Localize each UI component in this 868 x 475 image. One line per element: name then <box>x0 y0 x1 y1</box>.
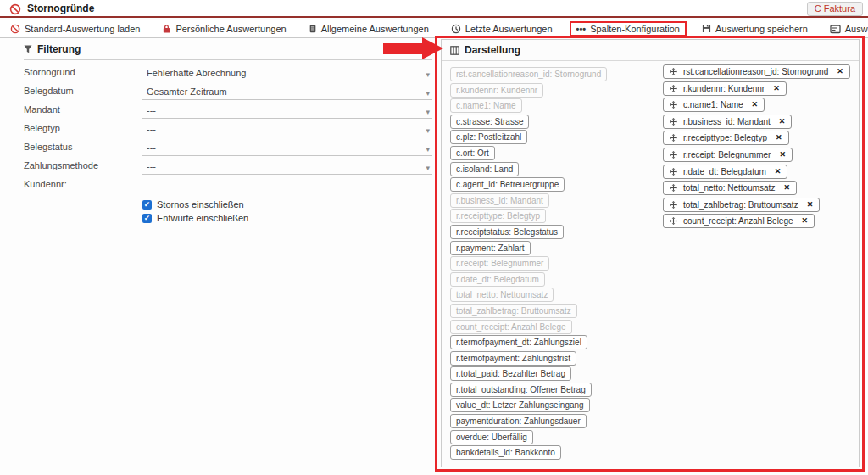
personal-reports-button[interactable]: Persönliche Auswertungen <box>162 24 286 34</box>
available-column-chip[interactable]: r.termofpayment_dt: Zahlungsziel <box>450 335 587 349</box>
move-icon[interactable] <box>670 217 677 225</box>
cancel-circle-icon <box>10 24 20 34</box>
remove-column-icon[interactable]: ✕ <box>802 216 809 226</box>
available-column-chip[interactable]: overdue: Überfällig <box>450 430 533 444</box>
move-icon[interactable] <box>670 101 677 109</box>
checkbox-stornos-einschliessen[interactable]: ✓ Stornos einschließen <box>142 198 432 211</box>
remove-column-icon[interactable]: ✕ <box>807 200 814 210</box>
column-configuration-button[interactable]: ••• Spalten-Konfiguration <box>570 21 687 36</box>
remove-column-icon[interactable]: ✕ <box>775 167 782 176</box>
available-column-chip: total_zahlbetrag: Bruttoumsatz <box>450 304 577 318</box>
filter-funnel-icon <box>24 45 32 53</box>
chevron-down-icon: ▾ <box>426 108 430 116</box>
faktura-app-button[interactable]: C Faktura <box>807 2 863 16</box>
available-column-chip[interactable]: r.total_paid: Bezahlter Betrag <box>450 366 571 381</box>
column-chip-label: r.receipt: Belegnummer <box>683 150 771 159</box>
toolbar: Standard-Auswertung laden Persönliche Au… <box>0 20 868 38</box>
available-column-chip[interactable]: c.strasse: Strasse <box>450 115 529 129</box>
page-title: Stornogründe <box>27 3 94 14</box>
selected-column-chip[interactable]: r.receipt: Belegnummer ✕ <box>663 148 793 162</box>
selected-column-chip[interactable]: r.date_dt: Belegdatum ✕ <box>663 165 787 179</box>
available-column-chip[interactable]: r.receiptstatus: Belegstatus <box>450 225 564 239</box>
selected-column-chip[interactable]: count_receipt: Anzahl Belege ✕ <box>663 214 815 228</box>
available-column-chip[interactable]: c.isoland: Land <box>450 162 519 176</box>
available-column-chip[interactable]: c.agent_id: Betreuergruppe <box>450 177 565 192</box>
available-column-chip[interactable]: r.termofpayment: Zahlungsfrist <box>450 351 576 366</box>
available-column-chip[interactable]: bankdetails_id: Bankkonto <box>450 445 561 460</box>
move-icon[interactable] <box>670 168 677 176</box>
column-chip-label: bankdetails_id: Bankkonto <box>456 448 555 457</box>
column-chip-label: r.termofpayment: Zahlungsfrist <box>456 354 570 363</box>
remove-column-icon[interactable]: ✕ <box>837 67 843 76</box>
filter-label: Belegtyp <box>24 119 142 137</box>
belegstatus-select[interactable]: --- ▾ <box>142 137 432 156</box>
column-chip-label: c.ort: Ort <box>456 148 489 158</box>
column-chip-label: overdue: Überfällig <box>456 433 527 442</box>
move-icon[interactable] <box>670 68 677 75</box>
mandant-select[interactable]: --- ▾ <box>142 100 432 119</box>
available-column-chip[interactable]: r.payment: Zahlart <box>450 241 531 255</box>
remove-column-icon[interactable]: ✕ <box>776 133 782 142</box>
remove-column-icon[interactable]: ✕ <box>773 84 780 93</box>
stornogrund-select[interactable]: Fehlerhafte Abrechnung ▾ <box>142 63 432 81</box>
title-bar: Stornogründe C Faktura <box>0 0 868 18</box>
belegdatum-select[interactable]: Gesamter Zeitraum ▾ <box>142 81 432 100</box>
column-chip-label: total_zahlbetrag: Bruttoumsatz <box>683 200 798 210</box>
selected-column-chip[interactable]: r.kundennr: Kundennr ✕ <box>663 81 787 96</box>
selected-column-chip[interactable]: r.business_id: Mandant ✕ <box>663 115 792 129</box>
selected-column-chip[interactable]: total_netto: Nettoumsatz ✕ <box>663 181 797 195</box>
filter-label: Zahlungsmethode <box>24 156 142 175</box>
recent-reports-button[interactable]: Letzte Auswertungen <box>451 24 553 34</box>
filter-panel: Filterung Stornogrund Fehlerhafte Abrech… <box>24 43 432 225</box>
remove-column-icon[interactable]: ✕ <box>752 100 759 109</box>
column-chip-label: count_receipt: Anzahl Belege <box>456 322 566 332</box>
load-standard-report-button[interactable]: Standard-Auswertung laden <box>10 24 140 34</box>
chevron-down-icon: ▾ <box>426 126 430 135</box>
remove-column-icon[interactable]: ✕ <box>779 150 786 159</box>
column-chip-label: r.business_id: Mandant <box>683 117 771 126</box>
remove-column-icon[interactable]: ✕ <box>783 183 790 193</box>
available-column-chip[interactable]: value_dt: Letzer Zahlungseingang <box>450 398 590 412</box>
save-report-button[interactable]: Auswertung speichern <box>702 24 808 34</box>
remove-column-icon[interactable]: ✕ <box>779 117 786 126</box>
filter-row-belegdatum: Belegdatum Gesamter Zeitraum ▾ <box>24 81 432 100</box>
available-column-chip[interactable]: c.ort: Ort <box>450 146 495 160</box>
selected-column-chip[interactable]: rst.cancellationreason_id: Stornogrund ✕ <box>663 64 850 79</box>
kundennr-input[interactable] <box>142 176 432 193</box>
column-chip-label: r.kundennr: Kundennr <box>683 84 765 93</box>
move-icon[interactable] <box>670 134 677 142</box>
reports-management-button[interactable]: Auswertungen-Verwaltung <box>830 24 868 34</box>
clock-icon <box>451 24 461 34</box>
filter-row-mandant: Mandant --- ▾ <box>24 100 432 119</box>
selected-column-chip[interactable]: c.name1: Name ✕ <box>663 98 765 112</box>
general-reports-button[interactable]: Allgemeine Auswertungen <box>309 24 429 34</box>
move-icon[interactable] <box>670 118 677 126</box>
column-chip-label: total_netto: Nettoumsatz <box>683 183 775 193</box>
available-column-chip: r.receipttype: Belegtyp <box>450 209 546 223</box>
column-chip-label: r.receipt: Belegnummer <box>456 259 543 268</box>
belegtyp-select[interactable]: --- ▾ <box>142 119 432 137</box>
checkbox-entwuerfe-einschliessen[interactable]: ✓ Entwürfe einschließen <box>142 211 432 225</box>
available-column-chip[interactable]: paymentduration: Zahlungsdauer <box>450 414 587 428</box>
checkbox-checked-icon[interactable]: ✓ <box>142 214 152 223</box>
move-icon[interactable] <box>670 151 677 159</box>
move-icon[interactable] <box>670 201 677 209</box>
column-chip-label: r.payment: Zahlart <box>456 243 525 253</box>
available-column-chip[interactable]: c.plz: Postleitzahl <box>450 130 527 144</box>
available-column-chip: r.kundennr: Kundennr <box>450 83 543 98</box>
move-icon[interactable] <box>670 85 677 92</box>
column-chip-label: c.name1: Name <box>683 100 743 109</box>
available-column-chip[interactable]: r.total_outstanding: Offener Betrag <box>450 383 592 397</box>
selected-column-chip[interactable]: r.receipttype: Belegtyp ✕ <box>663 131 789 145</box>
column-chip-label: c.agent_id: Betreuergruppe <box>456 180 559 189</box>
checkbox-checked-icon[interactable]: ✓ <box>142 200 152 210</box>
available-column-chip: rst.cancellationreason_id: Stornogrund <box>450 67 607 81</box>
report-icon <box>309 24 317 34</box>
selected-column-chip[interactable]: total_zahlbetrag: Bruttoumsatz ✕ <box>663 198 820 212</box>
zahlungsmethode-select[interactable]: --- ▾ <box>142 156 432 175</box>
column-chip-label: paymentduration: Zahlungsdauer <box>456 416 581 426</box>
ellipsis-icon: ••• <box>576 25 587 33</box>
move-icon[interactable] <box>670 184 677 192</box>
column-chip-label: r.receipttype: Belegtyp <box>456 211 540 221</box>
column-chip-label: rst.cancellationreason_id: Stornogrund <box>683 67 828 76</box>
